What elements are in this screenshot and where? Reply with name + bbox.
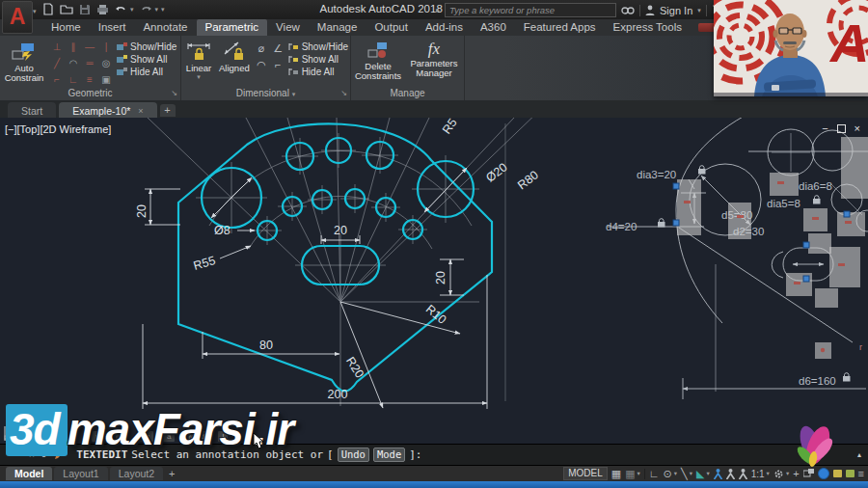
signin-user-icon[interactable] xyxy=(645,5,655,15)
new-file-icon[interactable] xyxy=(42,3,54,15)
delete-constraints-button[interactable]: Delete Constraints xyxy=(353,39,403,82)
geometric-show-all-button[interactable]: Show All xyxy=(117,54,176,65)
tab-manage[interactable]: Manage xyxy=(309,19,366,36)
geometric-show-hide-button[interactable]: Show/Hide xyxy=(117,41,176,52)
dim-arc-outer[interactable]: R80 xyxy=(515,168,541,192)
linear-dimension-button[interactable]: Linear ▾ xyxy=(183,39,214,81)
param-dia3[interactable]: dia3=20 xyxy=(637,169,676,180)
workspace-chevron-icon[interactable]: ▾ xyxy=(786,470,789,477)
drawing-svg[interactable]: 20 20 Ø8 R55 Ø20 R80 R10 R20 20 80 200 R… xyxy=(0,118,868,444)
polar-tracking-icon[interactable]: ⊙ xyxy=(664,468,672,480)
dim-right-height[interactable]: 20 xyxy=(434,271,448,285)
undo-chevron-icon[interactable]: ▾ xyxy=(130,6,134,14)
customization-menu-icon[interactable]: ≡ xyxy=(858,468,864,479)
dimensional-show-hide-button[interactable]: Show/Hide xyxy=(288,41,348,52)
parameters-manager-button[interactable]: fx Parameters Manager xyxy=(406,39,462,79)
redo-icon[interactable] xyxy=(140,4,152,14)
dim-radius-right[interactable]: R10 xyxy=(423,302,449,326)
signin-button[interactable]: Sign In xyxy=(660,5,692,16)
parallel-constraint-icon[interactable]: ∥ xyxy=(66,40,81,55)
app-menu-chevron-icon[interactable]: ▾ xyxy=(33,8,37,15)
file-tab-start[interactable]: Start xyxy=(8,102,56,118)
arc-dimension-icon[interactable]: ◠ xyxy=(255,58,269,72)
scale-chevron-icon[interactable]: ▾ xyxy=(767,470,770,477)
coincident-constraint-icon[interactable]: ⊥ xyxy=(49,40,65,55)
qat-customize-icon[interactable]: ▾ xyxy=(161,6,165,14)
tab-output[interactable]: Output xyxy=(366,19,417,36)
plot-icon[interactable] xyxy=(96,4,109,15)
tab-home[interactable]: Home xyxy=(42,19,90,36)
annotation-visibility-icon[interactable] xyxy=(714,469,722,479)
drawing-canvas[interactable]: 20 20 Ø8 R55 Ø20 R80 R10 R20 20 80 200 R… xyxy=(0,118,868,444)
plate-outline[interactable] xyxy=(178,123,492,391)
param-d6[interactable]: d6=160 xyxy=(799,375,836,387)
undo-icon[interactable] xyxy=(115,4,127,14)
restore-icon[interactable] xyxy=(837,124,846,133)
dim-top-partial[interactable]: R5 xyxy=(440,118,460,136)
radial-dimension-icon[interactable]: ⌀ xyxy=(255,41,269,56)
redo-chevron-icon[interactable]: ▾ xyxy=(155,6,159,14)
mode-option-button[interactable]: Mode xyxy=(373,447,405,462)
new-tab-button[interactable]: + xyxy=(160,104,176,117)
annotation-scale-icon[interactable] xyxy=(739,469,747,479)
snap-chevron-icon[interactable]: ▾ xyxy=(637,470,640,477)
osnap-chevron-icon[interactable]: ▾ xyxy=(706,470,709,477)
signin-chevron-icon[interactable]: ▾ xyxy=(697,7,701,14)
tab-addins[interactable]: Add-ins xyxy=(417,19,472,36)
dimensional-panel-title[interactable]: Dimensional ▾ ↘ xyxy=(181,88,350,100)
horizontal-constraint-icon[interactable]: — xyxy=(82,40,97,55)
param-d4[interactable]: d4=20 xyxy=(606,221,637,232)
clean-screen-icon[interactable] xyxy=(846,470,854,477)
scale-value[interactable]: 1:1 xyxy=(751,469,765,479)
autoscale-icon[interactable] xyxy=(726,469,735,479)
angular-dimension-icon[interactable]: ∠ xyxy=(271,41,285,56)
dim-left-height[interactable]: 20 xyxy=(135,204,149,218)
search-input[interactable] xyxy=(445,3,616,17)
dim-hole-big[interactable]: Ø20 xyxy=(483,160,509,184)
tab-insert[interactable]: Insert xyxy=(90,19,135,36)
snap-grid-icon[interactable]: ▦ xyxy=(611,468,621,480)
dimensional-hide-all-button[interactable]: Hide All xyxy=(288,67,348,77)
collinear-constraint-icon[interactable]: ═ xyxy=(82,56,97,71)
tangent-constraint-icon[interactable]: ╱ xyxy=(49,56,65,71)
new-layout-button[interactable]: + xyxy=(165,468,178,479)
close-icon[interactable]: × xyxy=(854,123,860,133)
isolate-objects-icon[interactable] xyxy=(833,470,842,477)
grid-display-icon[interactable]: ▦ xyxy=(625,468,635,480)
isodraft-chevron-icon[interactable]: ▾ xyxy=(690,470,692,477)
model-space-button[interactable]: MODEL xyxy=(563,467,608,480)
undo-option-button[interactable]: Undo xyxy=(338,447,369,462)
dimensional-show-all-button[interactable]: Show All xyxy=(288,54,348,65)
auto-constrain-button[interactable]: Auto Constrain xyxy=(2,39,46,84)
manage-panel-title[interactable]: Manage xyxy=(351,88,464,100)
plate-geometry[interactable] xyxy=(178,123,492,391)
equal-constraint-icon[interactable]: ∟ xyxy=(66,72,81,88)
minimize-icon[interactable]: − xyxy=(822,123,827,133)
command-scroll-up-icon[interactable]: ▴ xyxy=(857,450,861,459)
dim-slot-width[interactable]: 20 xyxy=(334,224,347,237)
osnap-icon[interactable]: ◣ xyxy=(696,468,704,480)
geometric-hide-all-button[interactable]: Hide All xyxy=(117,67,176,77)
ortho-icon[interactable]: ∟ xyxy=(649,468,660,479)
tab-featured-apps[interactable]: Featured Apps xyxy=(515,19,605,36)
polar-chevron-icon[interactable]: ▾ xyxy=(674,470,677,477)
tab-view[interactable]: View xyxy=(267,19,309,36)
vertical-constraint-icon[interactable]: | xyxy=(98,40,114,55)
viewport-controls[interactable]: [−][Top][2D Wireframe] xyxy=(5,123,111,135)
file-tab-example10[interactable]: Example-10* × xyxy=(59,102,156,118)
tab-a360[interactable]: A360 xyxy=(472,19,515,36)
smooth-constraint-icon[interactable]: ◠ xyxy=(66,56,81,71)
geometric-launcher-icon[interactable]: ↘ xyxy=(171,88,177,99)
crosshair-icon[interactable]: + xyxy=(793,468,799,479)
convert-dimension-icon[interactable]: ⌐ xyxy=(271,58,285,72)
symmetric-constraint-icon[interactable]: ⌐ xyxy=(49,72,65,88)
hardware-acceleration-icon[interactable] xyxy=(818,468,829,479)
dim-arc-inner[interactable]: R55 xyxy=(192,254,217,273)
dim-width-left[interactable]: 80 xyxy=(259,339,273,352)
workspace-gear-icon[interactable] xyxy=(773,469,784,479)
tab-layout1[interactable]: Layout1 xyxy=(54,467,107,480)
param-view-geometry[interactable] xyxy=(505,118,868,401)
search-binoculars-icon[interactable] xyxy=(621,5,635,15)
app-menu-button[interactable]: A xyxy=(2,1,33,34)
tab-model[interactable]: Model xyxy=(6,467,52,480)
